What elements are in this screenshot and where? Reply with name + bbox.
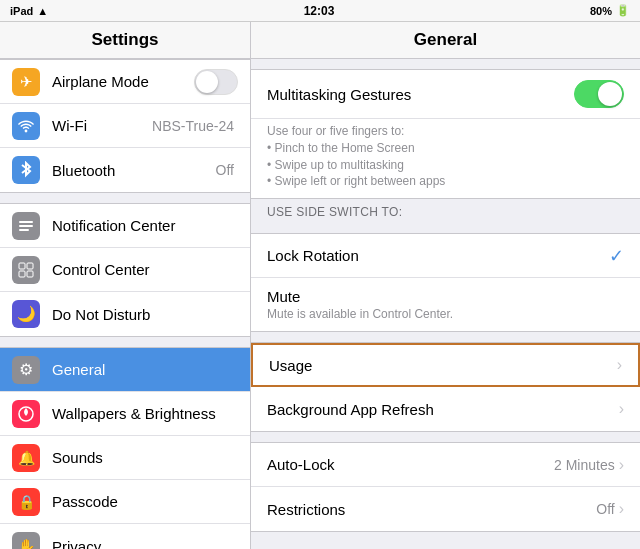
sidebar-title: Settings: [0, 22, 250, 59]
svg-rect-4: [19, 263, 25, 269]
background-refresh-row[interactable]: Background App Refresh ›: [251, 387, 640, 431]
svg-rect-5: [27, 263, 33, 269]
restrictions-label: Restrictions: [267, 501, 596, 518]
background-refresh-label: Background App Refresh: [267, 401, 619, 418]
ipad-label: iPad: [10, 5, 33, 17]
status-left: iPad ▲: [10, 5, 48, 17]
airplane-label: Airplane Mode: [52, 73, 194, 90]
passcode-icon: 🔒: [12, 488, 40, 516]
do-not-disturb-icon: 🌙: [12, 300, 40, 328]
mute-note: Mute is available in Control Center.: [267, 307, 453, 321]
multitasking-row: Multitasking Gestures: [251, 70, 640, 119]
battery-percent: 80%: [590, 5, 612, 17]
background-refresh-chevron: ›: [619, 400, 624, 418]
restrictions-value: Off: [596, 501, 614, 517]
multitasking-toggle-knob: [598, 82, 622, 106]
wifi-icon: [12, 112, 40, 140]
sidebar-item-sounds[interactable]: 🔔 Sounds: [0, 436, 250, 480]
lock-rotation-label: Lock Rotation: [267, 247, 609, 264]
lock-items-section: Auto-Lock 2 Minutes › Restrictions Off ›: [251, 442, 640, 532]
auto-lock-row[interactable]: Auto-Lock 2 Minutes ›: [251, 443, 640, 487]
bluetooth-icon: [12, 156, 40, 184]
battery-icon: 🔋: [616, 4, 630, 17]
wallpapers-label: Wallpapers & Brightness: [52, 405, 238, 422]
sidebar-gap-2: [0, 337, 250, 347]
control-label: Control Center: [52, 261, 238, 278]
sidebar-item-notification-center[interactable]: Notification Center: [0, 204, 250, 248]
sidebar-item-do-not-disturb[interactable]: 🌙 Do Not Disturb: [0, 292, 250, 336]
sounds-label: Sounds: [52, 449, 238, 466]
multitasking-label: Multitasking Gestures: [267, 86, 574, 103]
general-icon: ⚙: [12, 356, 40, 384]
lock-rotation-check: ✓: [609, 245, 624, 267]
passcode-label: Passcode: [52, 493, 238, 510]
airplane-toggle-knob: [196, 71, 218, 93]
sidebar-item-general[interactable]: ⚙ General: [0, 348, 250, 392]
sidebar-item-privacy[interactable]: ✋ Privacy: [0, 524, 250, 549]
airplane-toggle[interactable]: [194, 69, 238, 95]
svg-point-0: [25, 129, 28, 132]
svg-rect-2: [19, 225, 33, 227]
sidebar-section-network: ✈ Airplane Mode Wi-Fi NBS-True-24: [0, 59, 250, 193]
sidebar-item-control-center[interactable]: Control Center: [0, 248, 250, 292]
sidebar: Settings ✈ Airplane Mode: [0, 22, 251, 549]
svg-rect-6: [19, 271, 25, 277]
wifi-status-icon: ▲: [37, 5, 48, 17]
wallpapers-icon: [12, 400, 40, 428]
multitasking-toggle[interactable]: [574, 80, 624, 108]
sidebar-item-wifi[interactable]: Wi-Fi NBS-True-24: [0, 104, 250, 148]
status-right: 80% 🔋: [590, 4, 630, 17]
sidebar-item-airplane-mode[interactable]: ✈ Airplane Mode: [0, 60, 250, 104]
side-switch-section: Lock Rotation ✓ Mute Mute is available i…: [251, 233, 640, 332]
restrictions-row[interactable]: Restrictions Off ›: [251, 487, 640, 531]
privacy-label: Privacy: [52, 538, 238, 550]
bluetooth-label: Bluetooth: [52, 162, 216, 179]
svg-rect-1: [19, 221, 33, 223]
sidebar-item-wallpapers[interactable]: Wallpapers & Brightness: [0, 392, 250, 436]
bluetooth-value: Off: [216, 162, 234, 178]
dnd-label: Do Not Disturb: [52, 306, 238, 323]
notification-label: Notification Center: [52, 217, 238, 234]
usage-label: Usage: [269, 357, 617, 374]
sidebar-section-settings: ⚙ General Wallpapers & Brightness 🔔 Soun…: [0, 347, 250, 549]
mute-label: Mute: [267, 288, 300, 305]
status-bar: iPad ▲ 12:03 80% 🔋: [0, 0, 640, 22]
auto-lock-label: Auto-Lock: [267, 456, 554, 473]
mute-row[interactable]: Mute Mute is available in Control Center…: [251, 278, 640, 331]
general-items-section: Usage › Background App Refresh ›: [251, 342, 640, 432]
side-switch-title: USE SIDE SWITCH TO:: [251, 199, 640, 223]
lock-rotation-row[interactable]: Lock Rotation ✓: [251, 234, 640, 278]
main-layout: Settings ✈ Airplane Mode: [0, 22, 640, 549]
usage-chevron: ›: [617, 356, 622, 374]
usage-row[interactable]: Usage ›: [251, 343, 640, 387]
sounds-icon: 🔔: [12, 444, 40, 472]
content-title: General: [251, 22, 640, 59]
sidebar-item-bluetooth[interactable]: Bluetooth Off: [0, 148, 250, 192]
auto-lock-value: 2 Minutes: [554, 457, 615, 473]
notification-icon: [12, 212, 40, 240]
general-label: General: [52, 361, 238, 378]
multitasking-note: Use four or five fingers to:• Pinch to t…: [251, 119, 640, 198]
airplane-icon: ✈: [12, 68, 40, 96]
sidebar-item-passcode[interactable]: 🔒 Passcode: [0, 480, 250, 524]
svg-rect-7: [27, 271, 33, 277]
sidebar-gap-1: [0, 193, 250, 203]
wifi-label: Wi-Fi: [52, 117, 152, 134]
multitasking-section: Multitasking Gestures Use four or five f…: [251, 69, 640, 199]
auto-lock-chevron: ›: [619, 456, 624, 474]
wifi-value: NBS-True-24: [152, 118, 234, 134]
restrictions-chevron: ›: [619, 500, 624, 518]
control-center-icon: [12, 256, 40, 284]
sidebar-section-system: Notification Center Control Center 🌙 Do …: [0, 203, 250, 337]
svg-rect-3: [19, 229, 29, 231]
content-panel: General Multitasking Gestures Use four o…: [251, 22, 640, 549]
status-time: 12:03: [304, 4, 335, 18]
privacy-icon: ✋: [12, 532, 40, 549]
